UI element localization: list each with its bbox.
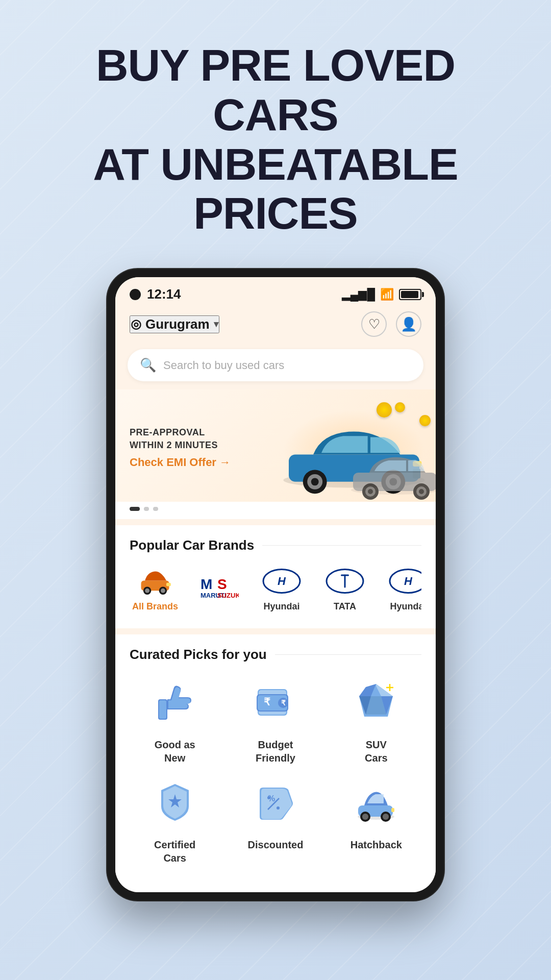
dot-active <box>130 507 140 511</box>
battery-icon <box>399 289 421 300</box>
tata-logo <box>324 567 365 595</box>
location-pin-icon: ◎ <box>131 317 141 331</box>
signal-icon: ▂▄▆█ <box>342 288 375 301</box>
car-icon <box>137 567 173 595</box>
brands-row: All Brands M S MARUTI SUZUKI <box>130 566 421 616</box>
curated-section-divider <box>275 654 421 655</box>
banner-section: PRE-APPROVAL WITHIN 2 MINUTES Check EMI … <box>115 389 436 519</box>
profile-button[interactable]: 👤 <box>396 311 421 337</box>
location-selector[interactable]: ◎ Gurugram ▾ <box>130 315 219 333</box>
dot-inactive-1 <box>144 507 149 511</box>
dot-inactive-2 <box>153 507 158 511</box>
budget-friendly-label: BudgetFriendly <box>256 738 295 765</box>
profile-icon: 👤 <box>400 316 417 332</box>
svg-text:H: H <box>278 574 286 587</box>
search-bar[interactable]: 🔍 Search to buy used cars <box>128 349 423 381</box>
svg-text:S: S <box>217 576 227 592</box>
hatchback-car-icon <box>353 780 399 826</box>
banner-content: PRE-APPROVAL WITHIN 2 MINUTES Check EMI … <box>115 389 436 502</box>
wallet-icon: ₹ ₹ <box>253 680 298 726</box>
discounted-icon: % <box>247 775 304 831</box>
brand-hyundai2[interactable]: H Hyundai <box>383 566 421 612</box>
hyundai-label: Hyundai <box>263 601 299 612</box>
tata-icon-wrap <box>324 566 365 596</box>
pick-hatchback[interactable]: Hatchback <box>331 775 421 865</box>
svg-rect-23 <box>166 582 171 586</box>
pick-discounted[interactable]: % Discounted <box>230 775 320 865</box>
banner-dots <box>115 502 436 519</box>
svg-text:₹: ₹ <box>264 696 270 707</box>
tata-label: TATA <box>334 601 356 612</box>
svg-point-54 <box>267 796 270 799</box>
certified-icon <box>147 775 203 831</box>
maruti-icon-wrap: M S MARUTI SUZUKI <box>198 571 239 602</box>
hyundai2-logo: H <box>388 567 421 595</box>
all-brands-label: All Brands <box>132 601 178 612</box>
phone-screen: 12:14 ▂▄▆█ 📶 ◎ Gurugram ▾ ♡ <box>115 277 436 892</box>
hyundai2-label: Hyundai <box>390 601 421 612</box>
chevron-down-icon: ▾ <box>214 318 218 330</box>
pick-suv-cars[interactable]: SUVCars <box>331 675 421 765</box>
maruti-logo: M S MARUTI SUZUKI <box>198 571 239 602</box>
svg-point-14 <box>368 489 373 494</box>
curated-picks-header: Curated Picks for you <box>130 647 421 663</box>
search-container: 🔍 Search to buy used cars <box>115 345 436 389</box>
hatchback-icon <box>348 775 404 831</box>
wishlist-button[interactable]: ♡ <box>361 311 387 337</box>
pick-certified[interactable]: CertifiedCars <box>130 775 220 865</box>
curated-picks-section: Curated Picks for you <box>115 634 436 877</box>
svg-text:SUZUKI: SUZUKI <box>217 592 239 599</box>
popular-brands-title: Popular Car Brands <box>130 537 254 553</box>
hero-title: BUY PRE LOVED CARS AT UNBEATABLE PRICES <box>31 41 520 238</box>
certified-label: CertifiedCars <box>154 838 195 865</box>
brand-tata[interactable]: TATA <box>319 566 370 612</box>
pick-budget-friendly[interactable]: ₹ ₹ BudgetFriendly <box>230 675 320 765</box>
svg-point-20 <box>145 588 149 593</box>
heart-icon: ♡ <box>368 316 380 332</box>
svg-point-4 <box>311 478 319 486</box>
picks-grid: Good asNew ₹ <box>130 675 421 865</box>
brand-maruti[interactable]: M S MARUTI SUZUKI <box>193 571 244 607</box>
brand-hyundai[interactable]: H Hyundai <box>256 566 307 612</box>
svg-point-22 <box>161 588 165 593</box>
hyundai2-icon-wrap: H <box>388 566 421 596</box>
car-illustration <box>242 400 436 502</box>
popular-brands-header: Popular Car Brands <box>130 537 421 553</box>
status-icons: ▂▄▆█ 📶 <box>342 288 421 301</box>
hatchback-label: Hatchback <box>350 838 402 851</box>
hyundai-logo: H <box>261 567 302 595</box>
budget-friendly-icon: ₹ ₹ <box>247 675 304 731</box>
phone-mockup: 12:14 ▂▄▆█ 📶 ◎ Gurugram ▾ ♡ <box>0 259 551 921</box>
phone-frame: 12:14 ▂▄▆█ 📶 ◎ Gurugram ▾ ♡ <box>107 269 444 900</box>
diamond-car-icon <box>353 680 399 726</box>
pre-approval-text: PRE-APPROVAL WITHIN 2 MINUTES <box>130 426 231 452</box>
search-input[interactable]: Search to buy used cars <box>163 359 411 372</box>
svg-point-55 <box>277 806 280 810</box>
svg-rect-32 <box>344 574 346 587</box>
hero-section: BUY PRE LOVED CARS AT UNBEATABLE PRICES <box>0 0 551 259</box>
grey-car-svg <box>344 446 436 502</box>
shield-star-icon <box>152 780 198 826</box>
suv-cars-icon <box>348 675 404 731</box>
thumbs-up-icon <box>152 680 198 726</box>
tag-percent-icon: % <box>253 780 298 826</box>
pick-good-as-new[interactable]: Good asNew <box>130 675 220 765</box>
header-actions: ♡ 👤 <box>361 311 421 337</box>
svg-point-60 <box>362 814 368 820</box>
emi-offer-link[interactable]: Check EMI Offer → <box>130 456 231 469</box>
all-brands-icon-wrap <box>135 566 176 596</box>
status-time: 12:14 <box>147 286 181 302</box>
wifi-icon: 📶 <box>380 288 394 301</box>
svg-text:H: H <box>404 574 413 587</box>
good-as-new-icon <box>147 675 203 731</box>
app-header: ◎ Gurugram ▾ ♡ 👤 <box>115 306 436 345</box>
svg-text:M: M <box>201 576 212 592</box>
good-as-new-label: Good asNew <box>155 738 195 765</box>
brand-all[interactable]: All Brands <box>130 566 181 612</box>
svg-text:₹: ₹ <box>281 699 286 707</box>
location-label: Gurugram <box>145 316 210 332</box>
popular-brands-section: Popular Car Brands <box>115 525 436 628</box>
svg-point-62 <box>383 814 389 820</box>
banner-text: PRE-APPROVAL WITHIN 2 MINUTES Check EMI … <box>130 426 231 469</box>
search-icon: 🔍 <box>140 357 156 373</box>
